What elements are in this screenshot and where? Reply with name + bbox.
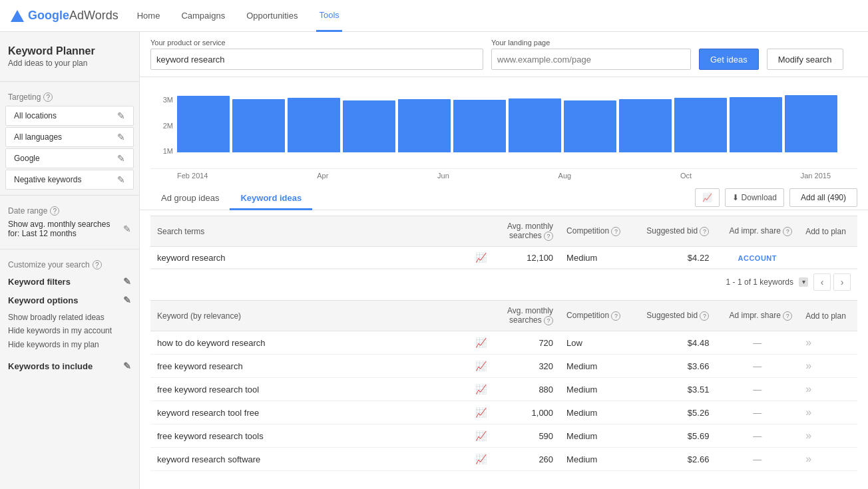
chart-bars <box>177 95 837 152</box>
keyword-idea-5: keyword research software <box>150 448 469 471</box>
date-range-edit-icon[interactable]: ✎ <box>123 224 131 234</box>
add-to-plan-cell <box>799 247 857 269</box>
search-bar: Your product or service Your landing pag… <box>140 32 868 77</box>
chart-view-button[interactable]: 📈 <box>695 188 720 207</box>
bid-0: $4.48 <box>633 331 716 355</box>
adimpr-help-icon-2[interactable]: ? <box>783 311 792 321</box>
keywords-to-include-label: Keywords to include <box>8 361 93 371</box>
tab-ad-group-ideas[interactable]: Ad group ideas <box>150 188 230 210</box>
customize-help-icon[interactable]: ? <box>93 260 102 269</box>
tab-keyword-ideas[interactable]: Keyword ideas <box>230 188 312 210</box>
product-input[interactable] <box>150 49 483 70</box>
competition-help-icon-1[interactable]: ? <box>611 227 620 236</box>
keyword-option-2: Hide keywords in my account <box>8 324 131 337</box>
landing-input[interactable] <box>491 49 691 70</box>
get-ideas-button[interactable]: Get ideas <box>699 49 759 70</box>
x-label-feb: Feb 2014 <box>177 172 208 180</box>
keyword-ideas-header-row: Keyword (by relevance) Avg. monthlysearc… <box>150 301 857 331</box>
col-ad-impr-1: Ad impr. share ? <box>716 216 799 247</box>
add-arrow-3[interactable]: » <box>805 407 811 418</box>
keyword-filters-edit-icon[interactable]: ✎ <box>123 276 131 287</box>
targeting-label: Targeting ? <box>0 87 139 104</box>
all-languages-item[interactable]: All languages ✎ <box>5 127 134 147</box>
chart-bar <box>288 98 340 152</box>
nav-opportunities[interactable]: Opportunities <box>244 0 300 32</box>
prev-page-button[interactable]: ‹ <box>813 273 831 291</box>
next-page-button[interactable]: › <box>833 273 851 291</box>
keyword-filters-header[interactable]: Keyword filters ✎ <box>0 272 139 291</box>
bid-help-icon-2[interactable]: ? <box>700 311 709 321</box>
addplan-3: » <box>799 401 857 424</box>
keyword-ideas-table: Keyword (by relevance) Avg. monthlysearc… <box>150 300 857 471</box>
addplan-4: » <box>799 424 857 448</box>
bid-value: $4.22 <box>633 247 716 269</box>
keyword-idea-1: free keyword research <box>150 355 469 378</box>
monthly-2: 880 <box>495 378 560 401</box>
monthly-0: 720 <box>495 331 560 355</box>
all-locations-item[interactable]: All locations ✎ <box>5 106 134 126</box>
keywords-to-include-edit-icon[interactable]: ✎ <box>123 361 131 371</box>
bid-help-icon-1[interactable]: ? <box>700 227 709 236</box>
modify-search-button[interactable]: Modify search <box>767 49 843 70</box>
keyword-options-header[interactable]: Keyword options ✎ <box>0 291 139 309</box>
nav-campaigns[interactable]: Campaigns <box>178 0 228 32</box>
keyword-options-edit-icon[interactable]: ✎ <box>123 295 131 305</box>
google-item[interactable]: Google ✎ <box>5 148 134 168</box>
download-button[interactable]: ⬇ Download <box>725 188 784 207</box>
adimpr-2: — <box>716 378 799 401</box>
y-axis-labels: 3M 2M 1M <box>150 96 176 155</box>
all-languages-edit-icon[interactable]: ✎ <box>117 132 125 142</box>
competition-5: Medium <box>560 448 633 471</box>
trend-icon-0: 📈 <box>475 337 487 348</box>
negative-keywords-item[interactable]: Negative keywords ✎ <box>5 170 134 190</box>
all-locations-edit-icon[interactable]: ✎ <box>117 110 125 121</box>
search-terms-header-row: Search terms Avg. monthlysearches ? Comp… <box>150 216 857 247</box>
chart-bar <box>674 98 727 152</box>
addplan-1: » <box>799 355 857 378</box>
keywords-to-include-header[interactable]: Keywords to include ✎ <box>0 357 139 375</box>
targeting-help-icon[interactable]: ? <box>43 92 53 102</box>
sidebar-divider-2 <box>0 195 139 196</box>
table-row: free keyword research tool 📈 880 Medium … <box>150 378 857 401</box>
table-row: keyword research tool free 📈 1,000 Mediu… <box>150 401 857 424</box>
logo-area: Google AdWords <box>11 9 118 23</box>
add-arrow-5[interactable]: » <box>805 453 811 464</box>
add-all-button[interactable]: Add all (490) <box>789 188 857 207</box>
content-area: Your product or service Your landing pag… <box>140 32 868 489</box>
monthly-help-icon-1[interactable]: ? <box>544 232 553 241</box>
all-languages-label: All languages <box>14 132 62 142</box>
col-add-to-plan-2: Add to plan <box>799 301 857 331</box>
monthly-searches-value: 12,100 <box>495 247 560 269</box>
chart-bar <box>564 100 616 152</box>
add-arrow-0[interactable]: » <box>805 337 811 348</box>
col-keyword-relevance: Keyword (by relevance) <box>150 301 469 331</box>
add-arrow-1[interactable]: » <box>805 360 811 371</box>
monthly-help-icon-2[interactable]: ? <box>544 316 553 325</box>
keyword-idea-3: keyword research tool free <box>150 401 469 424</box>
customize-label: Customize your search ? <box>0 255 139 272</box>
pagination-dropdown-icon[interactable]: ▾ <box>799 277 808 287</box>
nav-home[interactable]: Home <box>134 0 163 32</box>
table-row: free keyword research tools 📈 590 Medium… <box>150 424 857 448</box>
competition-help-icon-2[interactable]: ? <box>611 311 620 321</box>
y-label-1m: 1M <box>150 147 176 155</box>
date-range-help-icon[interactable]: ? <box>50 206 59 216</box>
add-arrow-4[interactable]: » <box>805 430 811 441</box>
add-arrow-2[interactable]: » <box>805 383 811 395</box>
sidebar: Keyword Planner Add ideas to your plan T… <box>0 32 140 489</box>
col-add-to-plan-1: Add to plan <box>799 216 857 247</box>
negative-keywords-edit-icon[interactable]: ✎ <box>117 174 125 185</box>
chart-inner: 3M 2M 1M <box>150 82 857 169</box>
competition-1: Medium <box>560 355 633 378</box>
adimpr-help-icon-1[interactable]: ? <box>783 227 792 236</box>
competition-value: Medium <box>560 247 633 269</box>
bid-1: $3.66 <box>633 355 716 378</box>
negative-keywords-label: Negative keywords <box>14 175 81 184</box>
google-edit-icon[interactable]: ✎ <box>117 153 125 164</box>
col-monthly-searches-1: Avg. monthlysearches ? <box>495 216 560 247</box>
trend-icon-1: 📈 <box>469 355 495 378</box>
monthly-4: 590 <box>495 424 560 448</box>
bid-3: $5.26 <box>633 401 716 424</box>
trend-icon-1: 📈 <box>475 361 487 371</box>
nav-tools[interactable]: Tools <box>316 0 341 32</box>
